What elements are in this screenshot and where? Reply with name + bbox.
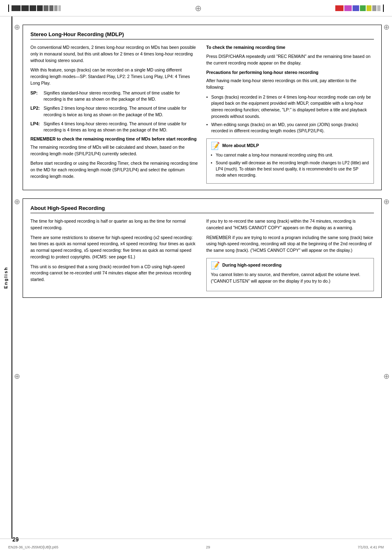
- bar-seg-6: [49, 5, 53, 11]
- term-lp2-label: LP2:: [30, 105, 42, 118]
- term-sp: SP: Signifies standard-hour stereo recor…: [30, 90, 198, 103]
- term-sp-label: SP:: [30, 90, 42, 103]
- crosshair-left-bot: ⊕: [14, 372, 20, 381]
- top-bar: ⊕: [0, 0, 392, 16]
- color-bar-6: [372, 5, 376, 11]
- term-sp-def: Signifies standard-hour stereo recording…: [44, 90, 198, 103]
- hs-para-1: The time for high-speed recording is hal…: [30, 218, 198, 231]
- hs-right-para-1: If you try to re-record the same song (t…: [206, 218, 374, 231]
- top-bar-center: ⊕: [61, 3, 335, 13]
- top-bar-left: [8, 5, 61, 12]
- term-lp4: LP4: Signifies 4 times long-hour stereo …: [30, 121, 198, 134]
- bar-seg-4: [37, 5, 43, 11]
- precautions-list: Songs (tracks) recorded in 2 times or 4 …: [206, 94, 374, 135]
- hs-para-3: This unit is so designed that a song (tr…: [30, 264, 198, 283]
- main-content: Stereo Long-Hour Recording (MDLP) On con…: [12, 16, 392, 314]
- crosshair-right-mid: ⊕: [383, 197, 390, 206]
- bar-seg-1: [12, 5, 21, 11]
- bar-seg-3: [30, 5, 36, 11]
- sidebar: English: [0, 16, 12, 539]
- term-lp2: LP2: Signifies 2 times long-hour stereo …: [30, 105, 198, 118]
- section-mdlp: Stereo Long-Hour Recording (MDLP) On con…: [23, 25, 382, 190]
- section-mdlp-title: Stereo Long-Hour Recording (MDLP): [30, 31, 374, 39]
- color-bar-5: [367, 5, 371, 11]
- bottom-bar: EN28-36_UX-J55MD[UB]t.p65 29 7/1/03, 4:4…: [0, 539, 392, 555]
- notes-item-2: Sound quality will decrease as the recor…: [211, 160, 369, 178]
- highspeed-right-col: If you try to re-record the same song (t…: [206, 218, 374, 291]
- term-lp2-def: Signifies 2 times long-hour stereo recor…: [44, 105, 198, 118]
- term-lp4-label: LP4:: [30, 121, 42, 134]
- highspeed-two-col: The time for high-speed recording is hal…: [30, 218, 374, 291]
- precautions-intro: After having made long-hour stereo recor…: [206, 78, 374, 91]
- precaution-item-1: Songs (tracks) recorded in 2 times or 4 …: [206, 94, 374, 120]
- footer-file-info: EN28-36_UX-J55MD[UB]t.p65: [8, 545, 58, 549]
- precautions-title: Precautions for performing long-hour ste…: [206, 69, 374, 76]
- mdlp-intro-1: On conventional MD recorders, 2 times lo…: [30, 44, 198, 64]
- section-highspeed-title: About High-Speed Recording: [30, 205, 374, 213]
- sidebar-english-label: English: [2, 265, 9, 290]
- bar-seg-5: [44, 5, 48, 11]
- remember-block: REMEMBER to check the remaining recordin…: [30, 136, 198, 180]
- crosshair-top-center: ⊕: [195, 3, 202, 13]
- mdlp-intro-2: With this feature, songs (tracks) can be…: [30, 67, 198, 86]
- bar-seg-7: [54, 5, 58, 11]
- color-bar-7: [377, 5, 380, 11]
- right-border-mark: [383, 5, 384, 12]
- notes-icon-hs: 📝: [211, 262, 220, 269]
- notes-box-hs: 📝 During high-speed recording You cannot…: [206, 258, 374, 292]
- crosshair-right-bot: ⊕: [383, 372, 390, 381]
- crosshair-right-top: ⊕: [383, 23, 390, 32]
- notes-item-1: You cannot make a long-hour monaural rec…: [211, 152, 369, 158]
- remember-body-1: The remaining recording time of MDs will…: [30, 144, 198, 157]
- section-highspeed: About High-Speed Recording The time for …: [23, 198, 382, 298]
- notes-icon-mdlp: 📝: [211, 142, 220, 150]
- remember-heading: REMEMBER to check the remaining recordin…: [30, 136, 198, 143]
- notes-title-mdlp: More about MDLP: [222, 143, 259, 149]
- notes-title-hs: During high-speed recording: [222, 262, 281, 269]
- check-body: Press DISP/CHARA repeatedly until "REC R…: [206, 53, 374, 67]
- notes-list-mdlp: You cannot make a long-hour monaural rec…: [211, 152, 369, 178]
- footer-date: 7/1/03, 4:41 PM: [357, 545, 384, 549]
- color-bar-1: [335, 5, 344, 11]
- mdlp-left-col: On conventional MD recorders, 2 times lo…: [30, 44, 198, 184]
- highspeed-left-col: The time for high-speed recording is hal…: [30, 218, 198, 291]
- notes-header-mdlp: 📝 More about MDLP: [211, 142, 369, 150]
- notes-body-hs: You cannot listen to any source, and the…: [211, 272, 369, 285]
- bar-seg-2: [21, 5, 29, 11]
- hs-para-2: There are some restrictions to observe f…: [30, 235, 198, 260]
- remember-body-2: Before start recording or using the Reco…: [30, 160, 198, 180]
- hs-right-para-2: REMEMBER if you are trying to record a p…: [206, 235, 374, 254]
- crosshair-left-top: ⊕: [14, 23, 20, 32]
- left-border-mark: [8, 5, 9, 12]
- mdlp-two-col: On conventional MD recorders, 2 times lo…: [30, 44, 374, 184]
- notes-box-mdlp: 📝 More about MDLP You cannot make a long…: [206, 138, 374, 184]
- precaution-item-2: When editing songs (tracks) on an MD, yo…: [206, 122, 374, 135]
- check-title: To check the remaining recording time: [206, 44, 374, 51]
- color-bar-2: [344, 5, 352, 11]
- term-lp4-def: Signifies 4 times long-hour stereo recor…: [44, 121, 198, 134]
- footer-page-num: 29: [206, 545, 210, 549]
- crosshair-left-mid: ⊕: [14, 197, 20, 206]
- color-bar-3: [353, 5, 359, 11]
- notes-header-hs: 📝 During high-speed recording: [211, 262, 369, 269]
- color-bar-4: [360, 5, 366, 11]
- mdlp-right-col: To check the remaining recording time Pr…: [206, 44, 374, 184]
- top-bar-right: [335, 5, 384, 12]
